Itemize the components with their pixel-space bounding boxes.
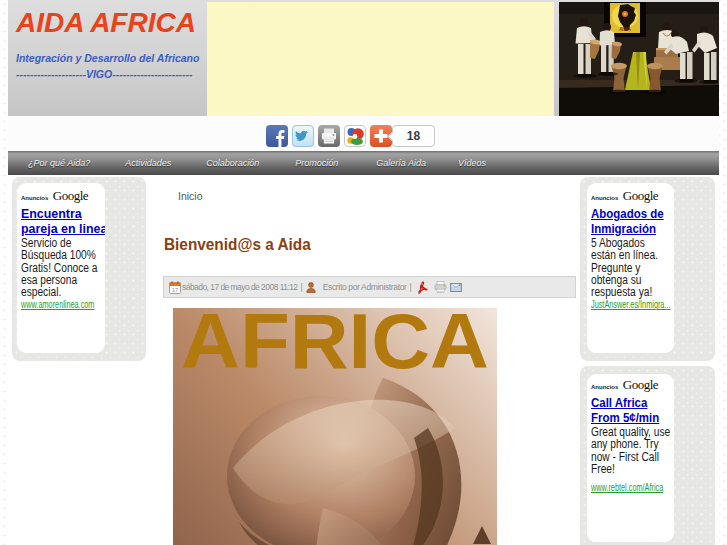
email-icon[interactable] <box>450 283 462 292</box>
ad-text-line: Free! <box>591 463 662 475</box>
ad-link[interactable]: pareja en linea <box>21 222 98 237</box>
ad-text-line: respuesta ya! <box>591 286 662 298</box>
meta-separator: | <box>301 282 303 292</box>
google-logo: Google <box>623 377 658 392</box>
share-count-bubble: 18 <box>392 125 435 147</box>
share-buttons: 18 <box>266 125 435 147</box>
nav-item-porque-aida[interactable]: ¿Por qué Aida? <box>28 158 90 168</box>
article-meta-bar: 17 sábado, 17 de mayo de 2008 11:12 | Es… <box>163 276 576 298</box>
ad-link[interactable]: Abogados de <box>591 207 662 222</box>
main-navigation: ¿Por qué Aida? Actividades Colaboración … <box>8 151 719 175</box>
google-logo: Google <box>623 188 658 203</box>
svg-text:AIWA: AIWA <box>619 27 631 32</box>
print-article-icon[interactable] <box>434 281 447 293</box>
adsense-label: Anuncios Google <box>21 186 105 199</box>
google-logo: Google <box>53 188 88 203</box>
ad-link[interactable]: Call Africa <box>591 396 662 411</box>
site-subtitle: Integración y Desarrollo del Africano <box>16 52 199 64</box>
article-author: Escrito por Administrator <box>323 282 407 292</box>
ad-link[interactable]: From 5¢/min <box>591 411 662 426</box>
site-title: AIDA AFRICA <box>16 7 196 39</box>
article-title: Bienvenid@s a Aida <box>164 236 311 254</box>
left-ad-box: Anuncios Google Encuentra pareja en line… <box>17 183 105 353</box>
nav-item-colaboracion[interactable]: Colaboración <box>206 158 259 168</box>
adsense-label: Anuncios Google <box>591 375 674 388</box>
ad-url[interactable]: www.rebtel.com/Africa <box>591 482 652 493</box>
meta-separator: | <box>410 282 412 292</box>
print-icon[interactable] <box>318 125 340 147</box>
share-count: 18 <box>407 129 420 143</box>
anuncios-label: Anuncios <box>21 195 48 201</box>
ad-url[interactable]: www.amorenlinea.com <box>21 299 82 310</box>
ad-link[interactable]: Encuentra <box>21 207 98 222</box>
right-ad-box-1: Anuncios Google Abogados de Inmigración … <box>587 183 674 353</box>
anuncios-label: Anuncios <box>591 384 618 390</box>
article-image-africa-poster: AFRICA <box>173 308 497 545</box>
header-photo: AIWA <box>559 2 719 119</box>
nav-item-videos[interactable]: Vídeos <box>458 158 486 168</box>
header-banner-ad-slot[interactable] <box>207 2 554 116</box>
site-subtitle-vigo: --------------------VIGO----------------… <box>16 68 193 80</box>
nav-item-galeria[interactable]: Galería Aida <box>376 158 426 168</box>
nav-item-actividades[interactable]: Actividades <box>125 158 171 168</box>
ad-url[interactable]: JustAnswer.es/Inmigra... <box>591 299 652 310</box>
twitter-icon[interactable] <box>292 125 314 147</box>
facebook-icon[interactable] <box>266 125 288 147</box>
google-icon[interactable] <box>344 125 366 147</box>
poster-word: AFRICA <box>181 308 489 384</box>
pdf-icon[interactable] <box>416 281 428 294</box>
calendar-icon: 17 <box>169 281 181 294</box>
author-icon <box>306 282 316 293</box>
ad-text-line: especial. <box>21 286 92 298</box>
right-ad-box-2: Anuncios Google Call Africa From 5¢/min … <box>587 374 674 542</box>
ad-link[interactable]: Inmigración <box>591 222 662 237</box>
breadcrumb[interactable]: Inicio <box>178 190 203 202</box>
svg-text:17: 17 <box>172 286 178 292</box>
anuncios-label: Anuncios <box>591 195 618 201</box>
nav-item-promocion[interactable]: Promoción <box>295 158 338 168</box>
article-date: sábado, 17 de mayo de 2008 11:12 <box>182 282 298 292</box>
adsense-label: Anuncios Google <box>591 186 674 199</box>
